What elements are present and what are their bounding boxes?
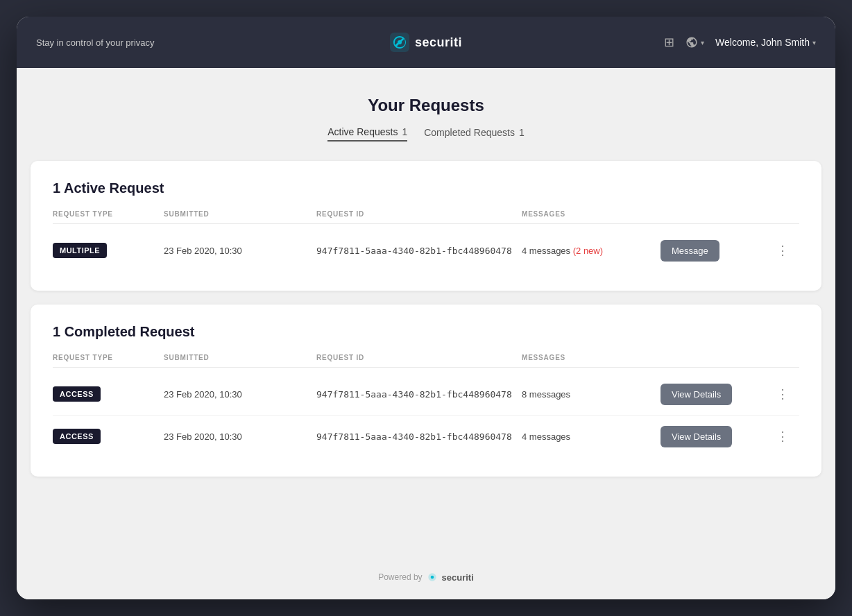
globe-icon [685,36,698,49]
tab-active-requests[interactable]: Active Requests 1 [327,126,407,142]
globe-chevron: ▾ [701,39,704,46]
completed-card-title: 1 Completed Request [53,324,799,340]
badge-access-2: ACCESS [53,429,164,444]
col-messages-2: MESSAGES [522,354,661,361]
col-action-1 [661,210,772,218]
active-table-header: REQUEST TYPE SUBMITTED REQUEST ID MESSAG… [53,210,799,224]
col-request-type-1: REQUEST TYPE [53,210,164,218]
messages-count: 4 messages [522,431,570,442]
privacy-text: Stay in control of your privacy [36,37,155,48]
messages-new: (2 new) [573,246,603,256]
more-options-button-1[interactable]: ⋮ [772,383,794,405]
col-more-2 [772,354,799,361]
submitted-date: 23 Feb 2020, 10:30 [164,389,316,400]
welcome-user[interactable]: Welcome, John Smith ▾ [715,37,816,48]
col-action-2 [661,354,772,361]
badge-access-1: ACCESS [53,386,164,402]
submitted-date: 23 Feb 2020, 10:30 [164,431,316,442]
more-options-button[interactable]: ⋮ [772,239,794,262]
more-cell: ⋮ [772,425,799,447]
messages-info: 4 messages (2 new) [522,246,661,256]
table-row: ACCESS 23 Feb 2020, 10:30 947f7811-5aaa-… [53,373,799,416]
footer: Powered by securiti [17,561,835,599]
header-right: ⊞ ▾ Welcome, John Smith ▾ [462,35,816,50]
main-content: Your Requests Active Requests 1 Complete… [17,68,835,561]
messages-count: 8 messages [522,389,570,400]
tab-completed-count: 1 [519,127,525,138]
request-id: 947f7811-5aaa-4340-82b1-fbc448960478 [316,389,522,400]
footer-securiti-icon [427,572,438,583]
badge-multiple: MULTIPLE [53,243,164,258]
powered-by-text: Powered by [378,572,422,582]
tab-completed-requests[interactable]: Completed Requests 1 [424,127,525,141]
message-button[interactable]: Message [661,240,719,262]
welcome-text: Welcome, John Smith [715,37,810,48]
tab-active-count: 1 [402,126,407,137]
grid-icon[interactable]: ⊞ [664,35,674,50]
col-request-id-2: REQUEST ID [316,354,522,361]
messages-count: 4 messages [522,246,570,256]
type-badge: MULTIPLE [53,243,107,258]
more-cell: ⋮ [772,383,799,405]
welcome-chevron: ▾ [812,39,816,46]
footer-inner: Powered by securiti [17,572,835,583]
messages-info: 8 messages [522,389,661,400]
col-more-1 [772,210,799,218]
tab-completed-label: Completed Requests [424,127,515,138]
action-cell: View Details [661,426,772,447]
header-center: securiti [390,33,462,52]
header-left: Stay in control of your privacy [36,36,390,49]
device-frame: Stay in control of your privacy securiti… [17,17,835,599]
request-id: 947f7811-5aaa-4340-82b1-fbc448960478 [316,246,522,256]
header: Stay in control of your privacy securiti… [17,17,835,68]
table-row: ACCESS 23 Feb 2020, 10:30 947f7811-5aaa-… [53,416,799,457]
col-submitted-1: SUBMITTED [164,210,316,218]
tab-active-label: Active Requests [327,126,398,137]
col-request-type-2: REQUEST TYPE [53,354,164,361]
page-title: Your Requests [31,96,821,115]
col-messages-1: MESSAGES [522,210,661,218]
active-card-title: 1 Active Request [53,180,799,196]
submitted-date: 23 Feb 2020, 10:30 [164,246,316,256]
active-requests-card: 1 Active Request REQUEST TYPE SUBMITTED … [31,161,821,291]
more-cell: ⋮ [772,239,799,262]
messages-info: 4 messages [522,431,661,442]
securiti-logo-icon [390,33,409,52]
completed-table-header: REQUEST TYPE SUBMITTED REQUEST ID MESSAG… [53,354,799,368]
type-badge: ACCESS [53,429,101,444]
view-details-button-2[interactable]: View Details [661,426,732,447]
svg-point-1 [398,40,402,44]
logo-text: securiti [415,35,462,50]
col-request-id-1: REQUEST ID [316,210,522,218]
table-row: MULTIPLE 23 Feb 2020, 10:30 947f7811-5aa… [53,230,799,271]
view-details-button-1[interactable]: View Details [661,384,732,405]
more-options-button-2[interactable]: ⋮ [772,425,794,447]
svg-point-3 [430,576,434,579]
footer-logo-text: securiti [442,572,474,583]
completed-requests-card: 1 Completed Request REQUEST TYPE SUBMITT… [31,305,821,477]
globe-selector[interactable]: ▾ [685,36,704,49]
request-id: 947f7811-5aaa-4340-82b1-fbc448960478 [316,431,522,442]
action-cell: View Details [661,384,772,405]
col-submitted-2: SUBMITTED [164,354,316,361]
action-cell: Message [661,240,772,262]
tabs-row: Active Requests 1 Completed Requests 1 [31,126,821,142]
type-badge: ACCESS [53,386,101,402]
